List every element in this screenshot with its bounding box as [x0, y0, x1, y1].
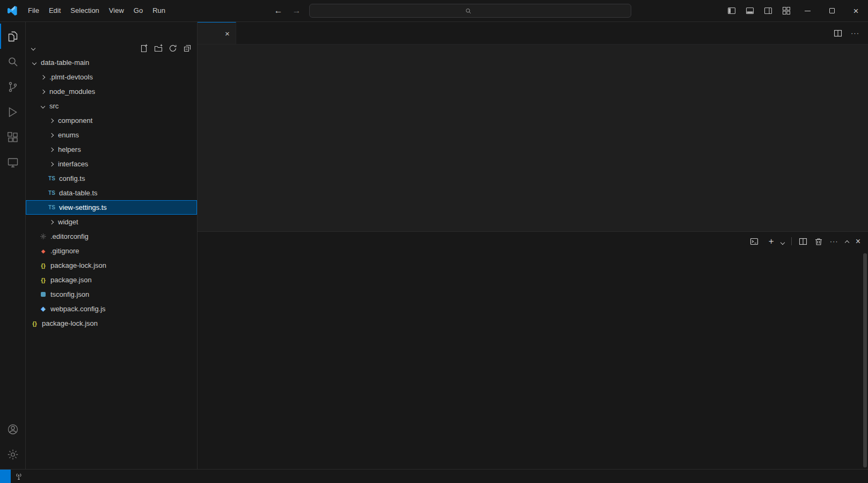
terminal-launch-dropdown[interactable]	[781, 237, 784, 246]
menu-run[interactable]: Run	[148, 4, 170, 18]
tree-item-.editorconfig[interactable]: .editorconfig	[26, 229, 197, 244]
activity-account-button[interactable]	[0, 416, 26, 442]
chevron-right-icon	[40, 89, 45, 93]
maximize-button[interactable]	[820, 0, 844, 21]
tree-item-interfaces[interactable]: interfaces	[26, 157, 197, 171]
terminal-view[interactable]	[198, 251, 868, 469]
toggle-primary-sidebar-button[interactable]	[727, 6, 736, 15]
activity-settings-button[interactable]	[0, 442, 26, 467]
tree-item-.plmt-devtools[interactable]: .plmt-devtools	[26, 70, 197, 84]
menu-file[interactable]: File	[23, 4, 44, 18]
panel-header: + ··· ×	[198, 232, 868, 251]
tab-view-settings[interactable]: ×	[198, 22, 236, 44]
chevron-right-icon	[49, 219, 53, 224]
tree-item-label: data-table.ts	[59, 189, 98, 197]
terminal-shell-selector[interactable]	[750, 237, 762, 246]
activity-run-debug-button[interactable]	[0, 99, 26, 125]
code-lines	[224, 58, 239, 231]
split-editor-button[interactable]	[834, 29, 842, 38]
tree-item-label: enums	[58, 131, 79, 139]
editor-more-actions-button[interactable]: ···	[851, 29, 859, 37]
new-folder-button[interactable]	[154, 44, 163, 53]
toggle-panel-button[interactable]	[746, 6, 754, 15]
activity-search-button[interactable]	[0, 49, 26, 74]
titlebar-center: ← →	[181, 4, 723, 18]
tree-item-label: component	[58, 116, 92, 125]
refresh-explorer-button[interactable]	[169, 44, 177, 53]
vscode-window: FileEditSelectionViewGoRun ← → ×	[0, 0, 868, 483]
ts-file-icon: TS	[47, 204, 57, 210]
tree-item-helpers[interactable]: helpers	[26, 142, 197, 157]
editorconfig-file-icon	[38, 233, 48, 240]
tree-item-package-lock.json[interactable]: {}package-lock.json	[26, 316, 197, 331]
extensions-icon	[6, 131, 19, 144]
remote-indicator[interactable]	[0, 470, 11, 483]
chevron-down-icon	[31, 46, 35, 50]
tree-item-config.ts[interactable]: TSconfig.ts	[26, 171, 197, 186]
menu-edit[interactable]: Edit	[44, 4, 65, 18]
account-icon	[6, 423, 19, 436]
remote-explorer-icon	[6, 156, 19, 169]
tree-item-enums[interactable]: enums	[26, 128, 197, 142]
source-control-icon	[6, 80, 19, 93]
terminal-scrollbar[interactable]	[863, 253, 867, 467]
tree-item-package.json[interactable]: {}package.json	[26, 273, 197, 287]
tree-item-label: package-lock.json	[42, 319, 98, 327]
tree-item-data-table-main[interactable]: data-table-main	[26, 55, 197, 70]
json-file-icon: {}	[38, 277, 48, 283]
git-file-icon: ◆	[38, 248, 48, 254]
radio-tower-icon	[15, 473, 23, 480]
tree-item-component[interactable]: component	[26, 113, 197, 128]
breadcrumb	[198, 45, 868, 58]
code-editor[interactable]	[198, 58, 868, 231]
menu-view[interactable]: View	[104, 4, 129, 18]
search-icon	[465, 8, 472, 14]
maximize-panel-button[interactable]	[845, 237, 849, 246]
activity-source-control-button[interactable]	[0, 74, 26, 99]
panel-divider	[791, 237, 792, 245]
activity-bar-top	[0, 24, 26, 175]
panel-more-actions-button[interactable]: ···	[830, 237, 838, 245]
collapse-folders-button[interactable]	[183, 44, 192, 53]
tree-item-view-settings.ts[interactable]: TSview-settings.ts	[26, 200, 197, 215]
sidebar-header	[26, 22, 197, 41]
ports-indicator[interactable]	[11, 470, 30, 483]
tree-item-tsconfig.json[interactable]: tsconfig.json	[26, 287, 197, 302]
status-bar	[0, 469, 868, 483]
split-terminal-button[interactable]	[799, 237, 807, 246]
tree-item-src[interactable]: src	[26, 99, 197, 113]
json-file-icon: {}	[30, 320, 40, 327]
tree-item-data-table.ts[interactable]: TSdata-table.ts	[26, 186, 197, 200]
new-terminal-button[interactable]: +	[769, 237, 774, 246]
scrollbar-thumb[interactable]	[863, 253, 867, 467]
close-button[interactable]: ×	[844, 0, 868, 21]
activity-extensions-button[interactable]	[0, 125, 26, 150]
new-file-button[interactable]	[140, 44, 148, 53]
minimize-button[interactable]	[796, 0, 820, 21]
menu-selection[interactable]: Selection	[65, 4, 104, 18]
tree-item-webpack.config.js[interactable]: ◈webpack.config.js	[26, 302, 197, 316]
toggle-secondary-sidebar-button[interactable]	[764, 6, 772, 15]
tree-item-label: config.ts	[59, 174, 85, 182]
activity-explorer-button[interactable]	[0, 24, 26, 49]
tree-item-node_modules[interactable]: node_modules	[26, 84, 197, 99]
nav-back-button[interactable]: ←	[273, 6, 285, 16]
tree-item-package-lock.json[interactable]: {}package-lock.json	[26, 258, 197, 273]
customize-layout-button[interactable]	[782, 6, 791, 15]
tree-item-label: .plmt-devtools	[49, 73, 93, 81]
section-header-data-table-main[interactable]	[26, 41, 197, 55]
tab-close-icon[interactable]: ×	[225, 30, 230, 38]
menu-go[interactable]: Go	[129, 4, 148, 18]
explorer-icon	[6, 30, 19, 43]
activity-remote-explorer-button[interactable]	[0, 150, 26, 175]
tree-item-widget[interactable]: widget	[26, 215, 197, 229]
editor-tab-bar: × ···	[198, 22, 868, 45]
kill-terminal-button[interactable]	[814, 237, 823, 246]
nav-forward-button[interactable]: →	[291, 6, 303, 16]
tree-item-.gitignore[interactable]: ◆.gitignore	[26, 244, 197, 258]
command-center-search[interactable]	[309, 4, 631, 18]
close-panel-button[interactable]: ×	[856, 237, 860, 246]
webpack-file-icon: ◈	[38, 305, 48, 312]
chevron-down-icon	[780, 240, 784, 244]
statusbar-right	[864, 470, 868, 483]
